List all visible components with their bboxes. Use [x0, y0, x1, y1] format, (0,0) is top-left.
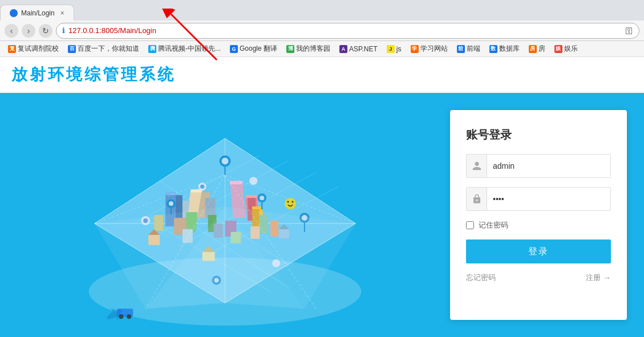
address-bar-row: ‹ › ↻ ℹ 127.0.0.1:8005/Main/Login ⚿ [0, 21, 644, 41]
remember-row: 记住密码 [466, 220, 611, 230]
username-input[interactable] [487, 155, 610, 177]
svg-point-47 [222, 157, 229, 164]
bookmark-baidu[interactable]: 百百度一下，你就知道 [64, 43, 143, 55]
password-input-group [466, 187, 611, 211]
tab-title: Main/Login [21, 9, 55, 17]
bookmark-icon-house: 房 [529, 45, 537, 53]
svg-point-79 [291, 201, 293, 203]
login-button[interactable]: 登录 [466, 239, 611, 263]
user-svg-icon [472, 161, 482, 171]
svg-point-61 [249, 177, 257, 185]
bookmark-tutoring[interactable]: 复复试调剂院校 [5, 43, 62, 55]
lock-svg-icon [472, 194, 482, 204]
bookmark-icon-entertainment: 娱 [554, 45, 562, 53]
bookmark-icon-my-blog: 博 [286, 45, 294, 53]
bookmark-label-my-blog: 我的博客园 [296, 44, 330, 54]
tab-favicon [10, 9, 18, 17]
bookmark-label-google-translate: Google 翻译 [240, 44, 277, 54]
main-area: 账号登录 [0, 93, 644, 337]
bookmark-label-aspnet: ASP.NET [349, 45, 378, 53]
bookmark-label-tencent: 腾讯视频-中国领先... [158, 44, 221, 54]
svg-point-77 [285, 198, 296, 209]
svg-point-75 [119, 314, 123, 319]
username-input-group [466, 154, 611, 178]
bookmark-house[interactable]: 房房 [525, 43, 549, 55]
bookmark-database[interactable]: 数数据库 [486, 43, 523, 55]
remember-checkbox[interactable] [466, 221, 474, 229]
bookmark-label-js: js [396, 45, 402, 53]
bookmark-label-baidu: 百度一下，你就知道 [78, 44, 139, 54]
bookmarks-bar: 复复试调剂院校百百度一下，你就知道腾腾讯视频-中国领先...GGoogle 翻译… [0, 41, 644, 57]
forgot-password-link[interactable]: 忘记密码 [466, 273, 496, 283]
bookmark-label-tutoring: 复试调剂院校 [18, 44, 59, 54]
register-link[interactable]: 注册 → [586, 273, 611, 283]
svg-rect-18 [230, 181, 242, 184]
bookmark-tencent[interactable]: 腾腾讯视频-中国领先... [145, 43, 224, 55]
bookmark-icon-google-translate: G [230, 45, 238, 53]
address-box[interactable]: ℹ 127.0.0.1:8005/Main/Login ⚿ [56, 23, 639, 39]
bookmark-google-translate[interactable]: GGoogle 翻译 [226, 43, 281, 55]
login-footer: 忘记密码 注册 → [466, 273, 611, 283]
svg-point-60 [200, 185, 204, 189]
city-illustration [0, 93, 450, 337]
bookmark-icon-database: 数 [489, 45, 497, 53]
bookmark-frontend[interactable]: 前前端 [453, 43, 484, 55]
page-content: 放射环境综管理系统 [0, 57, 644, 337]
bookmark-label-house: 房 [538, 44, 545, 54]
bookmark-icon-tutoring: 复 [8, 45, 16, 53]
info-icon: ℹ [62, 26, 65, 35]
city-area [0, 93, 450, 337]
forward-button[interactable]: › [22, 24, 35, 38]
bookmark-icon-tencent: 腾 [148, 45, 156, 53]
bookmark-my-blog[interactable]: 博我的博客园 [283, 43, 334, 55]
bookmark-js[interactable]: Jjs [383, 44, 405, 54]
bookmark-label-frontend: 前端 [467, 44, 480, 54]
active-tab[interactable]: Main/Login × [0, 5, 74, 21]
password-input[interactable] [487, 188, 610, 210]
page-header: 放射环境综管理系统 [0, 57, 644, 93]
bookmark-icon-aspnet: A [339, 45, 347, 53]
login-title: 账号登录 [466, 127, 611, 143]
bookmark-aspnet[interactable]: AASP.NET [336, 44, 381, 54]
login-panel: 账号登录 [450, 110, 627, 320]
bookmark-icon-js: J [387, 45, 395, 53]
lock-icon [467, 188, 487, 210]
back-button[interactable]: ‹ [5, 24, 18, 38]
bookmark-icon-frontend: 前 [457, 45, 465, 53]
user-icon [467, 155, 487, 177]
site-title: 放射环境综管理系统 [11, 64, 176, 86]
bookmark-study[interactable]: 学学习网站 [407, 43, 451, 55]
key-icon: ⚿ [625, 26, 633, 35]
svg-point-57 [260, 196, 264, 200]
svg-point-54 [169, 201, 173, 206]
bookmark-entertainment[interactable]: 娱娱乐 [551, 43, 581, 55]
remember-label: 记住密码 [479, 220, 508, 230]
bookmark-icon-baidu: 百 [68, 45, 76, 53]
register-text: 注册 [586, 273, 601, 283]
reload-button[interactable]: ↻ [39, 24, 52, 38]
bookmark-label-database: 数据库 [499, 44, 520, 54]
tab-close-button[interactable]: × [60, 9, 64, 17]
svg-point-76 [127, 314, 131, 319]
svg-rect-22 [165, 192, 176, 195]
address-text: 127.0.0.1:8005/Main/Login [68, 26, 156, 35]
svg-point-78 [287, 201, 289, 203]
bookmark-label-study: 学习网站 [420, 44, 448, 54]
tab-bar: Main/Login × [0, 0, 644, 21]
svg-rect-25 [245, 195, 257, 198]
browser-chrome: Main/Login × ‹ › ↻ ℹ 127.0.0.1:8005/Main… [0, 0, 644, 57]
bookmark-label-entertainment: 娱乐 [564, 44, 578, 54]
register-arrow-icon: → [603, 273, 611, 282]
bookmark-icon-study: 学 [411, 45, 419, 53]
